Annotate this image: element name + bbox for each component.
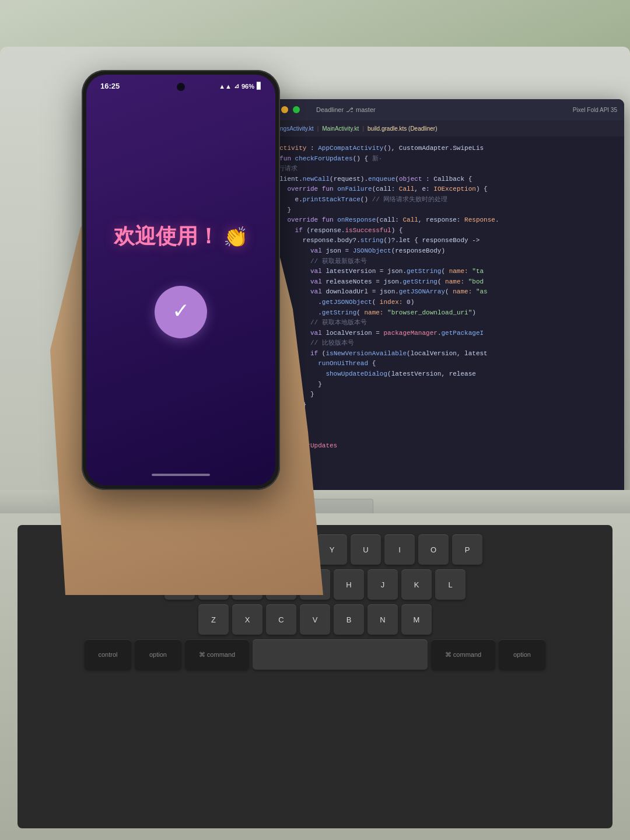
key-n[interactable]: N [368,604,398,635]
key-command-left[interactable]: ⌘ command [185,639,249,670]
tab-gradle[interactable]: build.gradle.kts (Deadliner) [368,125,438,132]
keyboard-row-modifiers: control option ⌘ command ⌘ command optio… [29,639,601,670]
home-indicator[interactable] [152,474,210,476]
battery-percentage: 96% [242,83,254,90]
welcome-chinese-text: 欢迎使用！ [114,222,219,251]
phone-camera [177,83,185,91]
welcome-message: 欢迎使用！ 👏 [114,222,248,251]
hand-phone-container: 16:25 ▲▲ ⊿ 96% ▊ 欢迎使用！ 👏 ✓ [35,70,338,595]
check-confirm-button[interactable]: ✓ [155,286,207,338]
signal-icon: ▲▲ [219,83,232,90]
key-z[interactable]: Z [198,604,229,635]
key-option[interactable]: option [135,639,181,670]
keyboard-row-3: Z X C V B N M [29,604,601,635]
key-control[interactable]: control [85,639,131,670]
key-option-right[interactable]: option [499,639,545,670]
key-p[interactable]: P [452,534,482,565]
key-c[interactable]: C [266,604,296,635]
welcome-emoji: 👏 [223,225,248,249]
key-b[interactable]: B [334,604,364,635]
phone-device: 16:25 ▲▲ ⊿ 96% ▊ 欢迎使用！ 👏 ✓ [82,70,280,490]
phone-screen: 16:25 ▲▲ ⊿ 96% ▊ 欢迎使用！ 👏 ✓ [86,75,275,485]
branch-separator: ⎇ [346,106,354,114]
phone-time: 16:25 [100,82,120,90]
key-i[interactable]: I [384,534,415,565]
wifi-icon: ⊿ [234,82,239,90]
key-command-right[interactable]: ⌘ command [431,639,495,670]
key-j[interactable]: J [368,569,398,600]
key-space[interactable] [253,639,428,670]
key-o[interactable]: O [418,534,449,565]
battery-bar-icon: ▊ [257,82,261,90]
key-m[interactable]: M [401,604,432,635]
key-l[interactable]: L [435,569,466,600]
check-mark-icon: ✓ [172,299,190,323]
branch-name: master [356,106,376,114]
key-u[interactable]: U [351,534,381,565]
phone-main-content: 欢迎使用！ 👏 ✓ [86,93,275,468]
status-right-icons: ▲▲ ⊿ 96% ▊ [219,82,261,90]
tab-separator2: | [362,125,364,132]
device-selector[interactable]: Pixel Fold API 35 [573,107,617,113]
key-v[interactable]: V [300,604,330,635]
key-x[interactable]: X [232,604,262,635]
key-k[interactable]: K [401,569,432,600]
